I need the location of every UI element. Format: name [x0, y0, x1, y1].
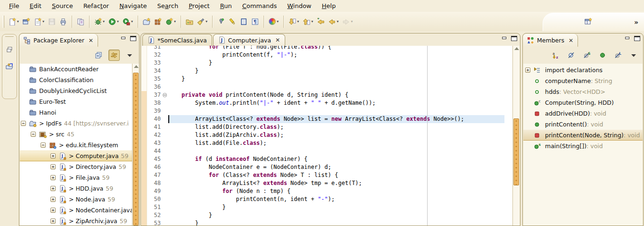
- highlighter-button[interactable]: [227, 16, 238, 28]
- open-type-folder-button[interactable]: [184, 16, 195, 28]
- last-edit-location-button[interactable]: *: [315, 16, 326, 28]
- member-item-printcontent[interactable]: printContent() : void: [523, 119, 643, 130]
- fastview-grip[interactable]: [5, 36, 14, 38]
- members-close-icon[interactable]: ✕: [569, 37, 573, 44]
- tree-item-euro-test[interactable]: Euro-Test: [20, 96, 139, 107]
- menu-project[interactable]: Project: [183, 1, 215, 11]
- collapse-all-button[interactable]: [93, 50, 104, 61]
- show-source-button[interactable]: [238, 16, 249, 28]
- java-perspective-button[interactable]: [585, 18, 592, 27]
- tree-item-ipdfs[interactable]: −> IpdFs44 [https://svnserver.i: [20, 118, 139, 129]
- tree-item-bankaccountreader[interactable]: BankAccountReader: [20, 64, 139, 75]
- expand-icon[interactable]: +: [50, 197, 56, 202]
- menu-source[interactable]: Source: [47, 1, 78, 11]
- scroll-up-arrow-icon[interactable]: [514, 47, 519, 50]
- forward-button[interactable]: ▾: [340, 16, 355, 28]
- copy-docs-button[interactable]: [75, 16, 86, 28]
- member-item-main-string[interactable]: smain(String[]) : void: [523, 141, 643, 151]
- toolbar-drag-handle[interactable]: [3, 16, 4, 28]
- menu-commands[interactable]: Commands: [237, 1, 282, 11]
- color-wheel-button[interactable]: ▾: [267, 16, 281, 28]
- print-button[interactable]: [58, 16, 69, 28]
- dropdown-caret-icon[interactable]: ▾: [117, 19, 119, 24]
- member-item-adddrive-hdd[interactable]: addDrive(HDD) : void: [523, 108, 643, 119]
- dropdown-caret-icon[interactable]: ▾: [17, 19, 19, 24]
- search-flashlight-button[interactable]: ▾: [195, 16, 209, 28]
- minimize-button[interactable]: [502, 36, 508, 41]
- tree-item-node-java[interactable]: +J> Node.java59: [20, 194, 139, 205]
- dropdown-caret-icon[interactable]: ▾: [297, 19, 299, 24]
- dropdown-caret-icon[interactable]: ▾: [311, 19, 313, 24]
- expand-icon[interactable]: +: [50, 153, 56, 159]
- hide-static-button[interactable]: S: [581, 50, 593, 61]
- member-item-hdds[interactable]: hdds : Vector<HDD>: [523, 86, 643, 97]
- tree-item-doublylinkedcycliclist[interactable]: DoublyLinkedCyclicList: [20, 85, 139, 96]
- hide-local-button[interactable]: L: [612, 50, 624, 61]
- menu-help[interactable]: Help: [317, 1, 341, 11]
- menu-run[interactable]: Run: [215, 1, 237, 11]
- restore-window-button[interactable]: [4, 43, 15, 56]
- member-item-computer-string-hdd[interactable]: cComputer(String, HDD): [523, 97, 643, 108]
- menu-file[interactable]: File: [4, 1, 25, 11]
- view-menu-button[interactable]: [124, 50, 135, 61]
- maximize-button[interactable]: [511, 36, 517, 41]
- new-package-button[interactable]: [152, 16, 164, 28]
- tree-item-ziparchiv-java[interactable]: +J> ZipArchiv.java59: [20, 216, 139, 226]
- run-external-button[interactable]: ▾: [121, 16, 135, 28]
- tree-item-edu-kit-filesystem[interactable]: −> edu.kit.filesystem: [20, 140, 139, 151]
- debug-button[interactable]: ▾: [92, 16, 107, 28]
- fold-collapse-icon[interactable]: [163, 93, 167, 97]
- run-button[interactable]: ▾: [107, 16, 121, 28]
- open-folder-fastview-button[interactable]: [4, 60, 15, 73]
- menu-edit[interactable]: Edit: [25, 1, 47, 11]
- menu-window[interactable]: Window: [282, 1, 316, 11]
- expand-icon[interactable]: +: [525, 67, 530, 73]
- dropdown-caret-icon[interactable]: ▾: [103, 19, 105, 24]
- member-item-computername[interactable]: computerName : String: [523, 75, 643, 86]
- tree-item-directory-java[interactable]: +J> Directory.java59: [20, 161, 139, 172]
- scroll-up-arrow-icon[interactable]: [134, 65, 139, 68]
- maximize-button[interactable]: [634, 36, 640, 41]
- menu-navigate[interactable]: Navigate: [114, 1, 152, 11]
- tree-item-file-java[interactable]: +J> File.java59: [20, 172, 139, 183]
- minimize-button[interactable]: [121, 36, 127, 41]
- collapse-icon[interactable]: −: [21, 121, 26, 126]
- dropdown-caret-icon[interactable]: ▾: [174, 19, 176, 24]
- menu-search[interactable]: Search: [152, 1, 184, 11]
- new-file-button[interactable]: ▾: [7, 16, 21, 28]
- member-item-import-declarations[interactable]: +import declarations: [523, 65, 643, 75]
- tree-item-computer-java[interactable]: +J> Computer.java59: [20, 151, 139, 161]
- members-tab[interactable]: Members ✕: [523, 34, 578, 47]
- expand-icon[interactable]: +: [50, 175, 56, 180]
- dropdown-caret-icon[interactable]: ▾: [131, 19, 133, 24]
- expand-icon[interactable]: +: [50, 186, 56, 191]
- tree-item-colorclassification[interactable]: ColorClassification: [20, 75, 139, 85]
- menu-refactor[interactable]: Refactor: [78, 1, 115, 11]
- tree-item-hdd-java[interactable]: +J> HDD.java59: [20, 183, 139, 194]
- new-window-button[interactable]: [21, 16, 32, 28]
- save-button[interactable]: [46, 16, 58, 28]
- link-with-editor-button[interactable]: [108, 50, 120, 61]
- new-java-project-button[interactable]: [141, 16, 152, 28]
- expand-icon[interactable]: +: [50, 164, 56, 169]
- new-class-button[interactable]: ▾: [164, 16, 178, 28]
- code-editor[interactable]: 31 for (File f : hdd.get(File.class)) {3…: [141, 46, 520, 226]
- occurrences-pin-button[interactable]: [215, 16, 227, 28]
- collapse-icon[interactable]: −: [41, 142, 46, 148]
- dropdown-caret-icon[interactable]: ▾: [351, 19, 353, 24]
- hide-fields-button[interactable]: [566, 50, 577, 61]
- show-public-button[interactable]: [597, 50, 608, 61]
- dropdown-caret-icon[interactable]: ▾: [206, 19, 207, 24]
- dropdown-caret-icon[interactable]: ▾: [337, 19, 339, 24]
- tab-close-icon[interactable]: ✕: [275, 37, 280, 43]
- member-item-printcontent-node-string[interactable]: printContent(Node, String) : void: [523, 130, 643, 141]
- tree-item-nodecontainer-java[interactable]: +J> NodeContainer.java: [20, 205, 139, 216]
- scrollbar-thumb[interactable]: [133, 73, 139, 226]
- prev-annotation-button[interactable]: ▾: [301, 16, 315, 28]
- editor-tab--someclass-java[interactable]: J*SomeClass.java: [142, 34, 212, 46]
- package-explorer-scrollbar[interactable]: [132, 64, 139, 226]
- tree-item-hanoi[interactable]: Hanoi: [20, 107, 139, 118]
- show-whitespace-button[interactable]: ¶: [249, 16, 261, 28]
- scrollbar-thumb[interactable]: [513, 118, 519, 185]
- tree-item-src[interactable]: −> src45: [20, 129, 139, 140]
